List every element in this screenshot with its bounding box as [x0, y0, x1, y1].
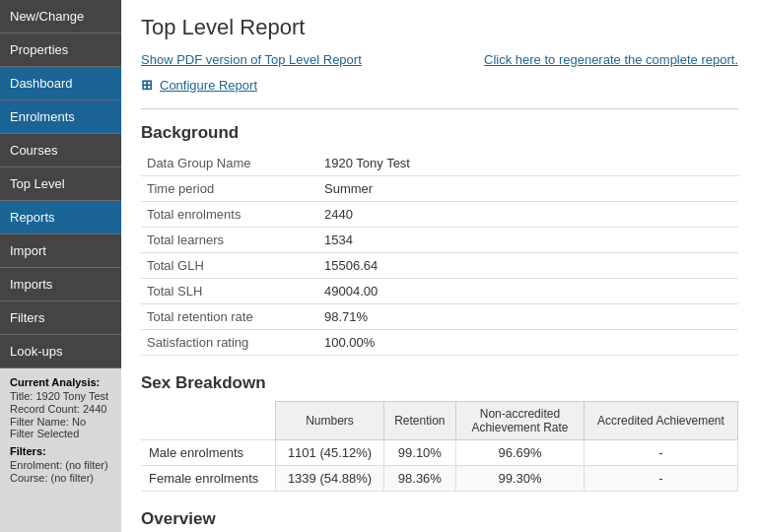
background-table: Data Group Name 1920 Tony Test Time peri… — [141, 151, 738, 356]
bg-value-6: 98.71% — [318, 304, 738, 330]
show-pdf-link[interactable]: Show PDF version of Top Level Report — [141, 52, 362, 67]
sex-female-non-acc: 99.30% — [455, 466, 584, 492]
current-analysis-title: Title: 1920 Tony Test — [10, 390, 111, 402]
sidebar-item-dashboard[interactable]: Dashboard — [0, 67, 121, 100]
table-row: Total GLH 15506.64 — [141, 253, 738, 279]
col-header-retention: Retention — [383, 402, 455, 440]
bg-label-4: Total GLH — [141, 253, 318, 279]
col-header-acc: Accredited Achievement — [584, 402, 737, 440]
table-row: Male enrolments 1101 (45.12%) 99.10% 96.… — [141, 440, 738, 466]
sex-label-female: Female enrolments — [141, 466, 276, 492]
bg-value-5: 49004.00 — [318, 279, 738, 304]
table-row: Satisfaction rating 100.00% — [141, 330, 738, 356]
sidebar-item-reports[interactable]: Reports — [0, 201, 121, 234]
bg-label-2: Total enrolments — [141, 202, 318, 228]
bg-label-3: Total learners — [141, 228, 318, 253]
filter-course: Course: (no filter) — [10, 472, 111, 484]
sidebar-item-courses[interactable]: Courses — [0, 134, 121, 167]
sex-male-non-acc: 96.69% — [455, 440, 584, 466]
bg-value-3: 1534 — [318, 228, 738, 253]
sex-male-numbers: 1101 (45.12%) — [276, 440, 383, 466]
bg-value-2: 2440 — [318, 202, 738, 228]
sidebar-item-new-change[interactable]: New/Change — [0, 0, 121, 33]
table-row: Total retention rate 98.71% — [141, 304, 738, 330]
bg-value-0: 1920 Tony Test — [318, 151, 738, 176]
table-row: Time period Summer — [141, 176, 738, 202]
overview-title: Overview — [141, 509, 738, 529]
bg-label-7: Satisfaction rating — [141, 330, 318, 356]
sex-male-acc: - — [584, 440, 737, 466]
sex-label-male: Male enrolments — [141, 440, 276, 466]
bg-value-7: 100.00% — [318, 330, 738, 356]
current-analysis-record-count: Record Count: 2440 — [10, 403, 111, 415]
table-row: Female enrolments 1339 (54.88%) 98.36% 9… — [141, 466, 738, 492]
current-analysis-filter-name: Filter Name: No Filter Selected — [10, 416, 111, 439]
sex-female-acc: - — [584, 466, 737, 492]
configure-report-row: ⊞ Configure Report — [141, 77, 738, 93]
bg-value-1: Summer — [318, 176, 738, 202]
sex-female-numbers: 1339 (54.88%) — [276, 466, 383, 492]
bg-label-5: Total SLH — [141, 279, 318, 304]
col-header-numbers: Numbers — [276, 402, 383, 440]
table-row: Total SLH 49004.00 — [141, 279, 738, 304]
sex-breakdown-table: Numbers Retention Non-accredited Achieve… — [141, 401, 738, 492]
regenerate-link[interactable]: Click here to regenerate the complete re… — [484, 52, 738, 67]
bg-label-0: Data Group Name — [141, 151, 318, 176]
filter-enrolment: Enrolment: (no filter) — [10, 459, 111, 471]
sidebar-item-properties[interactable]: Properties — [0, 33, 121, 67]
sex-female-retention: 98.36% — [383, 466, 455, 492]
current-analysis-heading: Current Analysis: — [10, 376, 111, 388]
sidebar-item-enrolments[interactable]: Enrolments — [0, 100, 121, 134]
current-analysis-section: Current Analysis: Title: 1920 Tony Test … — [0, 368, 121, 532]
table-header-row: Numbers Retention Non-accredited Achieve… — [141, 402, 738, 440]
sex-breakdown-title: Sex Breakdown — [141, 373, 738, 393]
bg-label-1: Time period — [141, 176, 318, 202]
sidebar-item-imports[interactable]: Imports — [0, 268, 121, 301]
sidebar-item-import[interactable]: Import — [0, 234, 121, 268]
background-title: Background — [141, 123, 738, 143]
top-links: Show PDF version of Top Level Report Cli… — [141, 52, 738, 67]
bg-value-4: 15506.64 — [318, 253, 738, 279]
sidebar-item-look-ups[interactable]: Look-ups — [0, 335, 121, 368]
table-row: Data Group Name 1920 Tony Test — [141, 151, 738, 176]
divider-1 — [141, 108, 738, 109]
configure-icon: ⊞ — [141, 77, 153, 93]
sidebar: New/Change Properties Dashboard Enrolmen… — [0, 0, 121, 532]
filters-heading: Filters: — [10, 445, 111, 457]
sex-male-retention: 99.10% — [383, 440, 455, 466]
table-row: Total learners 1534 — [141, 228, 738, 253]
col-header-blank — [141, 402, 276, 440]
page-title: Top Level Report — [141, 15, 738, 40]
configure-report-link[interactable]: Configure Report — [160, 78, 257, 93]
col-header-non-acc: Non-accredited Achievement Rate — [455, 402, 584, 440]
sidebar-item-filters[interactable]: Filters — [0, 301, 121, 335]
sidebar-item-top-level[interactable]: Top Level — [0, 167, 121, 201]
main-content: Top Level Report Show PDF version of Top… — [121, 0, 758, 532]
table-row: Total enrolments 2440 — [141, 202, 738, 228]
bg-label-6: Total retention rate — [141, 304, 318, 330]
